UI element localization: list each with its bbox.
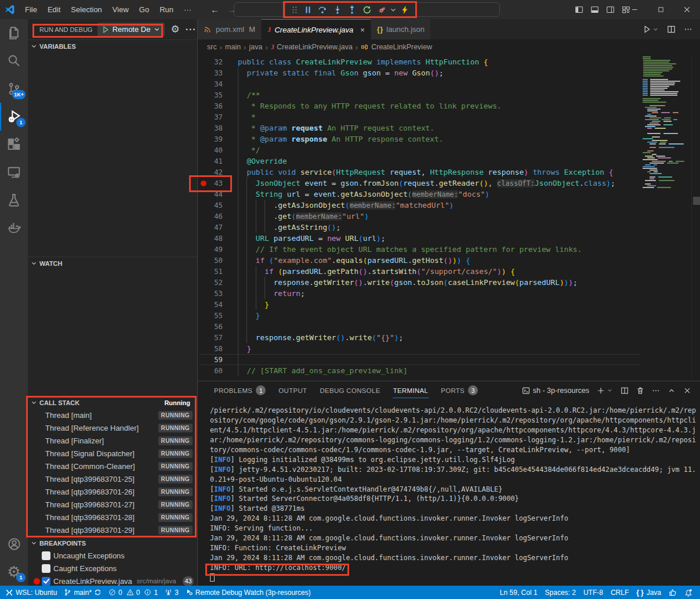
thread-row[interactable]: Thread [qtp399683701-25]RUNNING	[28, 472, 197, 485]
code-line-45[interactable]: 45 .getAsJsonObject(memberName:"matchedU…	[198, 200, 700, 211]
thread-row[interactable]: Thread [qtp399683701-28]RUNNING	[28, 511, 197, 524]
kill-terminal-icon[interactable]	[636, 387, 644, 395]
debug-settings-gear-icon[interactable]: ⚙	[171, 24, 179, 35]
code-line-43[interactable]: 43 JsonObject event = gson.fromJson(requ…	[198, 178, 700, 189]
breakpoint-checkbox[interactable]	[42, 551, 50, 560]
status-remote[interactable]: WSL: Ubuntu	[2, 586, 60, 599]
code-line-56[interactable]: 56	[198, 321, 700, 332]
panel-tab-terminal[interactable]: TERMINAL	[387, 381, 435, 399]
code-line-52[interactable]: 52 response.getWriter().write(gson.toJso…	[198, 277, 700, 288]
restart-button[interactable]	[360, 3, 375, 17]
pause-button[interactable]	[300, 3, 315, 17]
menu-more[interactable]: ···	[179, 3, 197, 16]
breakpoint-row[interactable]: Uncaught Exceptions	[28, 549, 197, 562]
disconnect-button[interactable]	[375, 3, 390, 17]
tab-launch-json[interactable]: { }launch.json	[371, 19, 431, 39]
breadcrumb-item[interactable]: JCreateLinkPreview.java	[271, 42, 353, 52]
activity-search-icon[interactable]	[0, 47, 28, 75]
code-line-48[interactable]: 48 URL parsedURL = new URL(url);	[198, 233, 700, 244]
thread-row[interactable]: Thread [qtp399683701-27]RUNNING	[28, 498, 197, 511]
thread-row[interactable]: Thread [Signal Dispatcher]RUNNING	[28, 447, 197, 460]
views-more-actions-icon[interactable]: ···	[186, 24, 197, 35]
thread-row[interactable]: Thread [Reference Handler]RUNNING	[28, 421, 197, 434]
activity-extensions-icon[interactable]	[0, 131, 28, 158]
call-stack-section-header[interactable]: CALL STACK Running	[28, 396, 197, 409]
breakpoints-section-header[interactable]: BREAKPOINTS	[28, 536, 197, 549]
code-line-50[interactable]: 50 if ("example.com".equals(parsedURL.ge…	[198, 255, 700, 266]
status-feedback[interactable]	[666, 586, 680, 599]
toggle-sidebar-icon[interactable]	[575, 5, 583, 14]
code-line-44[interactable]: 44 String url = event.getAsJsonObject(me…	[198, 189, 700, 200]
code-line-38[interactable]: 38 * @param request An HTTP request cont…	[198, 122, 700, 133]
thread-row[interactable]: Thread [Common-Cleaner]RUNNING	[28, 460, 197, 472]
variables-section-header[interactable]: VARIABLES	[28, 39, 197, 52]
split-terminal-icon[interactable]	[621, 387, 629, 395]
breadcrumb-item[interactable]: main	[225, 43, 241, 51]
close-button[interactable]	[674, 0, 700, 19]
editor-more-actions-icon[interactable]	[684, 25, 692, 34]
gripper-button[interactable]	[289, 3, 300, 17]
status-indentation[interactable]: Spaces: 2	[542, 586, 579, 599]
code-line-49[interactable]: 49 // If the event object URL matches a …	[198, 244, 700, 255]
code-line-60[interactable]: 60 // [START add_ons_case_preview_link]	[198, 365, 700, 376]
thread-row[interactable]: Thread [qtp399683701-29]RUNNING	[28, 524, 197, 536]
code-line-37[interactable]: 37 *	[198, 111, 700, 122]
breadcrumb-item[interactable]: src	[207, 43, 217, 51]
chevron-down-button[interactable]	[389, 3, 397, 17]
status-problems[interactable]: 001	[106, 586, 161, 599]
breakpoint-checkbox[interactable]	[42, 564, 50, 573]
code-line-40[interactable]: 40 */	[198, 145, 700, 156]
activity-explorer-icon[interactable]	[0, 19, 28, 47]
watch-section-header[interactable]: WATCH	[28, 257, 197, 269]
status-encoding[interactable]: UTF-8	[581, 586, 606, 599]
hot-code-replace-button[interactable]	[397, 3, 412, 17]
step-into-button[interactable]	[330, 3, 345, 17]
toggle-panel-icon[interactable]	[590, 5, 599, 14]
code-line-53[interactable]: 53 return;	[198, 288, 700, 299]
terminal-instance-label[interactable]: sh - 3p-resources	[522, 387, 589, 395]
breakpoint-row[interactable]: Caught Exceptions	[28, 562, 197, 575]
panel-tab-debug-console[interactable]: DEBUG CONSOLE	[313, 381, 386, 399]
step-over-button[interactable]	[315, 3, 330, 17]
breakpoint-gutter-icon[interactable]	[201, 181, 206, 186]
code-line-34[interactable]: 34	[198, 78, 700, 89]
tab-close-icon[interactable]: ×	[360, 26, 365, 34]
menu-selection[interactable]: Selection	[66, 3, 107, 16]
code-editor[interactable]: 32public class CreateLinkPreview impleme…	[198, 55, 700, 381]
code-line-58[interactable]: 58 }	[198, 343, 700, 354]
status-branch[interactable]: main*	[61, 586, 104, 599]
activity-settings-icon[interactable]: ⚙1	[0, 558, 28, 586]
menu-run[interactable]: Run	[154, 3, 179, 16]
code-line-47[interactable]: 47 .getAsString();	[198, 222, 700, 233]
panel-more-actions-icon[interactable]	[652, 387, 660, 395]
run-java-button[interactable]	[643, 25, 659, 34]
status-notifications[interactable]	[681, 586, 695, 599]
new-terminal-button[interactable]	[597, 387, 613, 395]
menu-file[interactable]: File	[20, 3, 42, 16]
scrollbar-thumb[interactable]	[693, 197, 700, 205]
minimap[interactable]	[640, 55, 691, 381]
breadcrumb-item[interactable]: java	[249, 43, 262, 51]
code-line-39[interactable]: 39 * @param response An HTTP response co…	[198, 133, 700, 145]
menu-view[interactable]: View	[107, 3, 134, 16]
toggle-secondary-sidebar-icon[interactable]	[606, 5, 615, 14]
code-line-36[interactable]: 36 * Responds to any HTTP request relate…	[198, 100, 700, 111]
code-line-55[interactable]: 55 }	[198, 310, 700, 321]
activity-docker-icon[interactable]	[0, 214, 28, 242]
panel-tab-ports[interactable]: PORTS3	[434, 381, 484, 399]
step-out-button[interactable]	[345, 3, 360, 17]
activity-source-control-icon[interactable]: 1K+	[0, 75, 28, 103]
close-panel-icon[interactable]	[683, 387, 691, 395]
launch-configuration-dropdown[interactable]: Remote De	[97, 23, 165, 37]
activity-remote-explorer-icon[interactable]	[0, 158, 28, 186]
code-line-46[interactable]: 46 .get(memberName:"url")	[198, 211, 700, 222]
terminal-output[interactable]: /pierrick/.m2/repository/io/cloudevents/…	[210, 406, 700, 583]
thread-row[interactable]: Thread [qtp399683701-26]RUNNING	[28, 485, 197, 498]
status-debug-session[interactable]: Remote Debug Watch (3p-resources)	[183, 586, 314, 599]
status-ports[interactable]: 3	[162, 586, 182, 599]
minimize-button[interactable]	[622, 0, 648, 19]
code-line-33[interactable]: 33 private static final Gson gson = new …	[198, 67, 700, 78]
status-eol[interactable]: CRLF	[608, 586, 632, 599]
activity-run-and-debug-icon[interactable]: 1	[0, 103, 28, 131]
tab-pom-xml[interactable]: pom.xmlM	[198, 19, 262, 39]
